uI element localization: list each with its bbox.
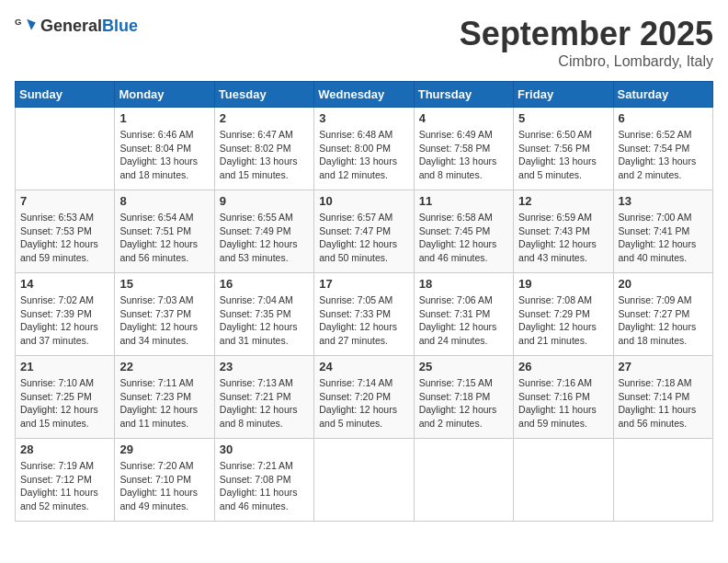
day-number: 5	[518, 111, 608, 125]
calendar-cell: 25Sunrise: 7:15 AMSunset: 7:18 PMDayligh…	[414, 356, 513, 439]
calendar-cell: 12Sunrise: 6:59 AMSunset: 7:43 PMDayligh…	[514, 190, 613, 273]
weekday-header-sunday: Sunday	[16, 82, 115, 108]
day-info: Sunrise: 6:59 AMSunset: 7:43 PMDaylight:…	[518, 211, 608, 265]
calendar-cell	[514, 439, 613, 522]
day-number: 9	[220, 194, 309, 208]
day-info: Sunrise: 6:53 AMSunset: 7:53 PMDaylight:…	[20, 211, 109, 265]
day-info: Sunrise: 6:55 AMSunset: 7:49 PMDaylight:…	[220, 211, 309, 265]
day-info: Sunrise: 7:09 AMSunset: 7:27 PMDaylight:…	[619, 293, 708, 348]
svg-marker-1	[27, 19, 36, 30]
calendar-cell	[314, 439, 414, 522]
day-number: 25	[419, 360, 508, 373]
day-info: Sunrise: 7:21 AMSunset: 7:08 PMDaylight:…	[220, 459, 309, 513]
week-row-2: 7Sunrise: 6:53 AMSunset: 7:53 PMDaylight…	[16, 190, 713, 273]
calendar-cell: 4Sunrise: 6:49 AMSunset: 7:58 PMDaylight…	[414, 108, 513, 190]
calendar-cell: 14Sunrise: 7:02 AMSunset: 7:39 PMDayligh…	[16, 273, 115, 356]
day-info: Sunrise: 6:54 AMSunset: 7:51 PMDaylight:…	[119, 211, 209, 265]
day-info: Sunrise: 6:49 AMSunset: 7:58 PMDaylight:…	[419, 128, 508, 182]
calendar-cell: 3Sunrise: 6:48 AMSunset: 8:00 PMDaylight…	[314, 108, 414, 190]
day-info: Sunrise: 6:50 AMSunset: 7:56 PMDaylight:…	[518, 128, 608, 182]
calendar-cell: 30Sunrise: 7:21 AMSunset: 7:08 PMDayligh…	[214, 439, 313, 522]
day-number: 23	[220, 360, 309, 373]
day-number: 19	[518, 277, 608, 291]
day-number: 24	[319, 360, 408, 373]
calendar-cell	[414, 439, 513, 522]
calendar-cell: 19Sunrise: 7:08 AMSunset: 7:29 PMDayligh…	[514, 273, 613, 356]
weekday-header-tuesday: Tuesday	[214, 82, 313, 108]
calendar-cell: 29Sunrise: 7:20 AMSunset: 7:10 PMDayligh…	[115, 439, 214, 522]
day-number: 18	[419, 277, 508, 291]
calendar-cell: 2Sunrise: 6:47 AMSunset: 8:02 PMDaylight…	[214, 108, 313, 190]
weekday-header-friday: Friday	[514, 82, 613, 108]
day-number: 13	[619, 194, 708, 208]
day-info: Sunrise: 7:16 AMSunset: 7:16 PMDaylight:…	[518, 376, 608, 431]
week-row-4: 21Sunrise: 7:10 AMSunset: 7:25 PMDayligh…	[16, 356, 713, 439]
day-info: Sunrise: 6:46 AMSunset: 8:04 PMDaylight:…	[119, 128, 209, 182]
day-number: 21	[20, 360, 109, 373]
day-info: Sunrise: 6:52 AMSunset: 7:54 PMDaylight:…	[619, 128, 708, 182]
calendar-cell: 23Sunrise: 7:13 AMSunset: 7:21 PMDayligh…	[214, 356, 313, 439]
calendar-cell: 13Sunrise: 7:00 AMSunset: 7:41 PMDayligh…	[613, 190, 712, 273]
day-number: 17	[319, 277, 408, 291]
calendar-cell: 11Sunrise: 6:58 AMSunset: 7:45 PMDayligh…	[414, 190, 513, 273]
title-block: September 2025 Cimbro, Lombardy, Italy	[460, 15, 713, 70]
page-header: G GeneralBlue September 2025 Cimbro, Lom…	[15, 15, 713, 70]
day-number: 22	[119, 360, 209, 373]
day-number: 11	[419, 194, 508, 208]
day-number: 4	[419, 111, 508, 125]
week-row-1: 1Sunrise: 6:46 AMSunset: 8:04 PMDaylight…	[16, 108, 713, 190]
day-info: Sunrise: 6:57 AMSunset: 7:47 PMDaylight:…	[319, 211, 408, 265]
day-info: Sunrise: 6:48 AMSunset: 8:00 PMDaylight:…	[319, 128, 408, 182]
day-info: Sunrise: 7:05 AMSunset: 7:33 PMDaylight:…	[319, 293, 408, 348]
weekday-header-wednesday: Wednesday	[314, 82, 414, 108]
calendar-cell	[613, 439, 712, 522]
calendar-cell: 6Sunrise: 6:52 AMSunset: 7:54 PMDaylight…	[613, 108, 712, 190]
logo: G GeneralBlue	[15, 15, 138, 37]
day-number: 1	[119, 111, 209, 125]
calendar-cell: 18Sunrise: 7:06 AMSunset: 7:31 PMDayligh…	[414, 273, 513, 356]
day-number: 29	[119, 442, 209, 456]
day-number: 6	[619, 111, 708, 125]
day-info: Sunrise: 7:02 AMSunset: 7:39 PMDaylight:…	[20, 293, 109, 348]
day-number: 16	[220, 277, 309, 291]
month-title: September 2025	[460, 15, 713, 53]
logo-icon: G	[15, 15, 37, 37]
weekday-header-thursday: Thursday	[414, 82, 513, 108]
day-number: 8	[119, 194, 209, 208]
day-info: Sunrise: 7:08 AMSunset: 7:29 PMDaylight:…	[518, 293, 608, 348]
day-number: 10	[319, 194, 408, 208]
svg-text:G: G	[15, 17, 21, 27]
calendar-cell: 7Sunrise: 6:53 AMSunset: 7:53 PMDaylight…	[16, 190, 115, 273]
calendar-cell: 28Sunrise: 7:19 AMSunset: 7:12 PMDayligh…	[16, 439, 115, 522]
day-number: 2	[220, 111, 309, 125]
calendar-cell: 9Sunrise: 6:55 AMSunset: 7:49 PMDaylight…	[214, 190, 313, 273]
calendar-cell: 24Sunrise: 7:14 AMSunset: 7:20 PMDayligh…	[314, 356, 414, 439]
day-info: Sunrise: 7:10 AMSunset: 7:25 PMDaylight:…	[20, 376, 109, 431]
weekday-header-monday: Monday	[115, 82, 214, 108]
day-number: 26	[518, 360, 608, 373]
calendar-cell: 17Sunrise: 7:05 AMSunset: 7:33 PMDayligh…	[314, 273, 414, 356]
day-number: 20	[619, 277, 708, 291]
week-row-5: 28Sunrise: 7:19 AMSunset: 7:12 PMDayligh…	[16, 439, 713, 522]
day-info: Sunrise: 7:03 AMSunset: 7:37 PMDaylight:…	[119, 293, 209, 348]
calendar-cell: 1Sunrise: 6:46 AMSunset: 8:04 PMDaylight…	[115, 108, 214, 190]
weekday-header-row: SundayMondayTuesdayWednesdayThursdayFrid…	[16, 82, 713, 108]
logo-blue-text: Blue	[102, 17, 138, 35]
calendar-cell	[16, 108, 115, 190]
calendar-cell: 8Sunrise: 6:54 AMSunset: 7:51 PMDaylight…	[115, 190, 214, 273]
day-number: 28	[20, 442, 109, 456]
day-number: 14	[20, 277, 109, 291]
calendar-cell: 5Sunrise: 6:50 AMSunset: 7:56 PMDaylight…	[514, 108, 613, 190]
day-info: Sunrise: 7:00 AMSunset: 7:41 PMDaylight:…	[619, 211, 708, 265]
location-title: Cimbro, Lombardy, Italy	[460, 53, 713, 70]
calendar-cell: 10Sunrise: 6:57 AMSunset: 7:47 PMDayligh…	[314, 190, 414, 273]
day-number: 15	[119, 277, 209, 291]
day-info: Sunrise: 6:58 AMSunset: 7:45 PMDaylight:…	[419, 211, 508, 265]
calendar-cell: 16Sunrise: 7:04 AMSunset: 7:35 PMDayligh…	[214, 273, 313, 356]
calendar-cell: 20Sunrise: 7:09 AMSunset: 7:27 PMDayligh…	[613, 273, 712, 356]
day-number: 30	[220, 442, 309, 456]
day-info: Sunrise: 7:20 AMSunset: 7:10 PMDaylight:…	[119, 459, 209, 513]
calendar-cell: 27Sunrise: 7:18 AMSunset: 7:14 PMDayligh…	[613, 356, 712, 439]
calendar-table: SundayMondayTuesdayWednesdayThursdayFrid…	[15, 81, 713, 522]
calendar-cell: 21Sunrise: 7:10 AMSunset: 7:25 PMDayligh…	[16, 356, 115, 439]
